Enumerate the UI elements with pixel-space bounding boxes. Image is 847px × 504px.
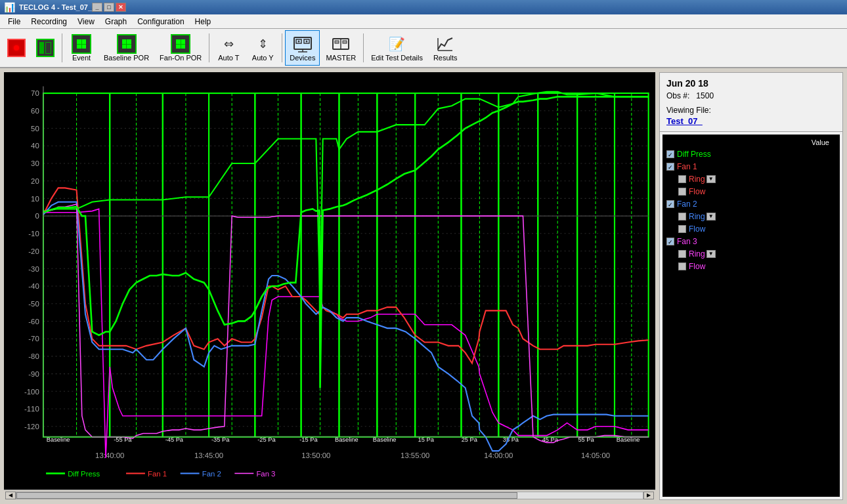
legend-header: Value: [666, 138, 836, 146]
fan1-flow-checkbox[interactable]: [678, 188, 686, 196]
diff-press-checkbox[interactable]: [666, 150, 674, 158]
obs-label: Obs #:: [666, 91, 689, 100]
svg-text:Fan 1: Fan 1: [148, 469, 167, 477]
window-controls: _ □ ✕: [92, 3, 126, 12]
svg-point-5: [297, 41, 299, 43]
fan3-label: Fan 3: [677, 237, 697, 246]
fan2-label: Fan 2: [677, 200, 697, 209]
menu-file[interactable]: File: [3, 16, 26, 28]
menu-bar: File Recording View Graph Configuration …: [0, 14, 847, 29]
svg-text:-50: -50: [28, 300, 39, 308]
fan3-flow-checkbox[interactable]: [678, 262, 686, 270]
toolbar-edit-test-btn[interactable]: 📝 Edit Test Details: [366, 30, 427, 66]
fanon-por-icon: [171, 34, 190, 54]
fan3-flow-label: Flow: [689, 262, 705, 271]
scroll-left-arrow[interactable]: ◀: [5, 492, 16, 499]
svg-rect-9: [335, 41, 339, 43]
toolbar-red-btn[interactable]: [3, 30, 30, 66]
menu-configuration[interactable]: Configuration: [132, 16, 189, 28]
toolbar-fanon-por-btn[interactable]: Fan-On POR: [155, 30, 206, 66]
menu-recording[interactable]: Recording: [26, 16, 72, 28]
master-icon: [331, 34, 351, 54]
toolbar-auto-y-btn[interactable]: ⇕ Auto Y: [246, 30, 279, 66]
svg-text:-100: -100: [24, 387, 39, 395]
toolbar-results-btn[interactable]: Results: [429, 30, 462, 66]
scrollbar-thumb[interactable]: [16, 492, 517, 499]
toolbar-devices-btn[interactable]: Devices: [285, 30, 320, 66]
fan1-checkbox[interactable]: [666, 163, 674, 171]
baseline-por-label: Baseline POR: [104, 54, 149, 62]
chart-svg: 70 60 50 40 30 20 10 0 -10 -20 -30 -40 -…: [4, 72, 655, 500]
toolbar-sep-3: [282, 33, 282, 62]
fan2-checkbox[interactable]: [666, 200, 674, 208]
close-button[interactable]: ✕: [116, 3, 126, 12]
maximize-button[interactable]: □: [104, 3, 114, 12]
toolbar-event-btn[interactable]: Event: [65, 30, 98, 66]
scrollbar-track[interactable]: [16, 492, 643, 499]
toolbar-master-btn[interactable]: MASTER: [321, 30, 360, 66]
svg-text:-110: -110: [24, 405, 39, 413]
legend-fan3-flow: Flow: [666, 261, 836, 272]
obs-row: Obs #: 1500: [666, 91, 836, 100]
title-bar: 📊 TECLOG 4 - Test_07_ _ □ ✕: [0, 0, 847, 14]
edit-test-icon: 📝: [387, 34, 407, 54]
fan2-flow-label: Flow: [689, 224, 705, 234]
svg-text:40: 40: [31, 142, 39, 150]
red-indicator-icon: [7, 39, 26, 57]
svg-text:13:45:00: 13:45:00: [194, 452, 223, 459]
legend-fan2: Fan 2: [666, 199, 836, 209]
main-content: 70 60 50 40 30 20 10 0 -10 -20 -30 -40 -…: [0, 68, 847, 504]
fan2-ring-dropdown[interactable]: ▼: [706, 213, 716, 220]
baseline-por-icon: [117, 34, 137, 54]
scroll-right-arrow[interactable]: ▶: [643, 492, 654, 499]
fan3-ring-checkbox[interactable]: [678, 250, 686, 258]
minimize-button[interactable]: _: [92, 3, 102, 12]
fan2-ring-checkbox[interactable]: [678, 213, 686, 220]
date-display: Jun 20 18: [666, 78, 836, 89]
svg-text:10: 10: [31, 195, 39, 203]
fan2-flow-checkbox[interactable]: [678, 225, 686, 233]
legend-fan1: Fan 1: [666, 161, 836, 172]
svg-point-6: [305, 41, 307, 43]
fan3-checkbox[interactable]: [666, 238, 674, 245]
menu-help[interactable]: Help: [190, 16, 217, 28]
horizontal-scrollbar[interactable]: ◀ ▶: [4, 490, 655, 500]
fan1-ring-checkbox[interactable]: [678, 175, 686, 183]
auto-t-icon: ⇔: [219, 34, 238, 54]
svg-text:0: 0: [35, 212, 39, 220]
toolbar-auto-t-btn[interactable]: ⇔ Auto T: [212, 30, 245, 66]
fan1-label: Fan 1: [677, 162, 697, 171]
svg-text:-70: -70: [28, 335, 39, 343]
svg-text:-40: -40: [28, 282, 39, 290]
auto-y-icon: ⇕: [253, 34, 272, 54]
chart-area: 70 60 50 40 30 20 10 0 -10 -20 -30 -40 -…: [4, 72, 655, 500]
svg-text:-80: -80: [28, 352, 39, 360]
side-panel: Jun 20 18 Obs #: 1500 Viewing File: Test…: [659, 72, 843, 500]
event-label: Event: [72, 54, 91, 62]
menu-view[interactable]: View: [72, 16, 100, 28]
toolbar: Event Baseline POR Fan-On POR ⇔ Auto T ⇕…: [0, 29, 847, 68]
svg-text:70: 70: [31, 89, 39, 97]
filename-link[interactable]: Test_07_: [666, 116, 836, 126]
results-label: Results: [433, 54, 458, 62]
panel-icon: [36, 39, 54, 57]
fan1-ring-dropdown[interactable]: ▼: [706, 175, 716, 183]
master-label: MASTER: [326, 54, 356, 62]
svg-text:60: 60: [31, 107, 39, 115]
toolbar-panel-btn[interactable]: [32, 30, 59, 66]
svg-text:13:50:00: 13:50:00: [301, 452, 330, 459]
side-info: Jun 20 18 Obs #: 1500 Viewing File: Test…: [660, 73, 842, 132]
event-icon: [72, 34, 91, 54]
fan3-ring-dropdown[interactable]: ▼: [706, 250, 716, 258]
svg-text:50: 50: [31, 125, 39, 133]
legend-fan1-flow: Flow: [666, 186, 836, 197]
svg-text:-20: -20: [28, 247, 39, 255]
legend-fan1-ring: Ring ▼: [666, 174, 836, 184]
svg-text:30: 30: [31, 159, 39, 167]
auto-t-label: Auto T: [218, 54, 239, 62]
devices-icon: [292, 34, 313, 54]
svg-text:Fan 3: Fan 3: [256, 469, 275, 477]
toolbar-baseline-por-btn[interactable]: Baseline POR: [99, 30, 154, 66]
menu-graph[interactable]: Graph: [100, 16, 132, 28]
legend-diff-press: Diff Press: [666, 149, 836, 159]
